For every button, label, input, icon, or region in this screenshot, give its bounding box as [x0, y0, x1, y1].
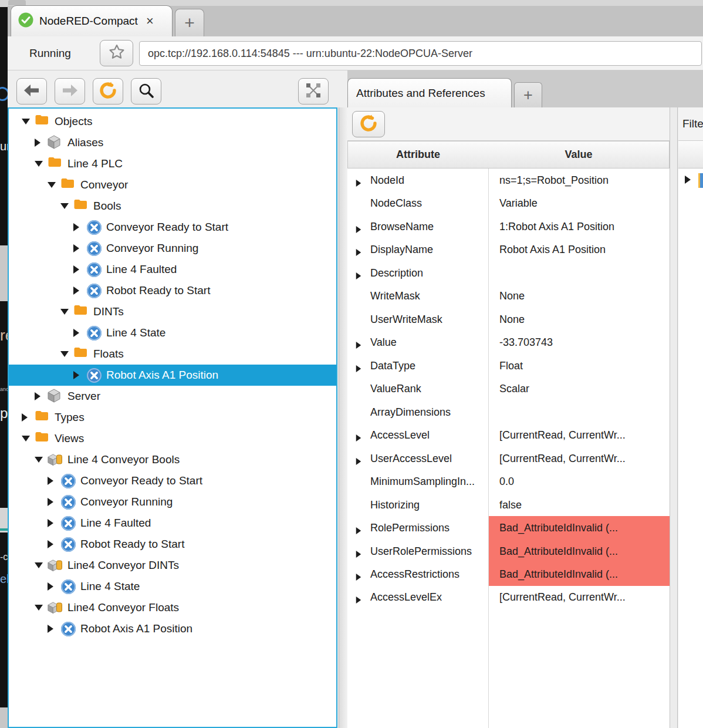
expand-arrow-icon[interactable]	[22, 119, 30, 124]
expand-arrow-icon[interactable]	[22, 413, 28, 422]
tree-item-line-4-faulted[interactable]: Line 4 Faulted	[9, 259, 336, 280]
tree-item-line-4-faulted[interactable]: Line 4 Faulted	[9, 513, 336, 534]
tree-item-robot-axis-a1-position[interactable]: Robot Axis A1 Position	[9, 618, 336, 639]
column-header-attribute[interactable]: Attribute	[347, 141, 489, 168]
expand-arrow-icon[interactable]	[48, 498, 53, 506]
attr-row-accesslevel[interactable]: AccessLevel[CurrentRead, CurrentWr...	[347, 423, 670, 447]
attr-row-userrolepermissions[interactable]: UserRolePermissionsBad_AttributeIdInvali…	[347, 540, 670, 563]
expand-arrow-icon[interactable]	[60, 309, 69, 315]
attr-row-displayname[interactable]: DisplayNameRobot Axis A1 Position	[347, 238, 670, 261]
expand-arrow-icon[interactable]	[356, 596, 361, 604]
attr-row-useraccesslevel[interactable]: UserAccessLevel[CurrentRead, CurrentWr..…	[347, 447, 670, 470]
reference-item[interactable]	[678, 168, 703, 192]
expand-arrow-icon[interactable]	[356, 249, 361, 256]
filter-button[interactable]: Filter	[678, 107, 703, 141]
expand-arrow-icon[interactable]	[73, 287, 79, 295]
server-address-field[interactable]: opc.tcp://192.168.0.114:54845 --- urn:ub…	[139, 41, 702, 66]
expand-arrow-icon[interactable]	[356, 527, 361, 534]
tree-item-robot-ready-to-start[interactable]: Robot Ready to Start	[9, 534, 336, 555]
tab-attributes-and-references[interactable]: Attributes and References	[347, 78, 512, 107]
tree-item-bools[interactable]: Bools	[9, 196, 336, 217]
expand-arrow-icon[interactable]	[73, 265, 79, 274]
expand-arrow-icon[interactable]	[356, 365, 361, 372]
expand-arrow-icon[interactable]	[60, 351, 69, 357]
back-button[interactable]	[16, 78, 47, 105]
attr-row-nodeclass[interactable]: NodeClassVariable	[347, 191, 670, 215]
expand-arrow-icon[interactable]	[356, 434, 361, 441]
expand-arrow-icon[interactable]	[35, 392, 40, 400]
expand-arrow-icon[interactable]	[73, 223, 79, 231]
search-button[interactable]	[131, 78, 161, 105]
expand-arrow-icon[interactable]	[356, 180, 361, 187]
tree-item-conveyor[interactable]: Conveyor	[9, 174, 336, 196]
tree-item-dints[interactable]: DINTs	[9, 301, 336, 322]
attr-row-description[interactable]: Description	[347, 261, 670, 285]
expand-arrow-icon[interactable]	[356, 226, 361, 233]
attr-row-accessrestrictions[interactable]: AccessRestrictionsBad_AttributeIdInvalid…	[347, 562, 670, 586]
expand-arrow-icon[interactable]	[73, 329, 79, 337]
tree-item-objects[interactable]: Objects	[9, 111, 336, 132]
expand-arrow-icon[interactable]	[48, 477, 53, 485]
attr-row-valuerank[interactable]: ValueRankScalar	[347, 377, 670, 400]
expand-arrow-icon[interactable]	[60, 203, 69, 209]
expand-arrow-icon[interactable]	[356, 342, 361, 349]
expand-arrow-icon[interactable]	[685, 176, 691, 184]
tree-item-views[interactable]: Views	[9, 428, 336, 449]
expand-arrow-icon[interactable]	[22, 436, 30, 441]
tree-item-line4-conveyor-dints[interactable]: Line4 Conveyor DINTs	[9, 555, 336, 576]
column-divider[interactable]	[488, 168, 489, 728]
expand-arrow-icon[interactable]	[356, 551, 361, 558]
new-panel-tab-button[interactable]: +	[514, 82, 542, 107]
attr-row-historizing[interactable]: Historizingfalse	[347, 493, 670, 517]
attr-row-writemask[interactable]: WriteMaskNone	[347, 284, 670, 308]
refresh-button[interactable]	[93, 78, 123, 105]
expand-arrow-icon[interactable]	[356, 458, 361, 465]
tree-item-line-4-state[interactable]: Line 4 State	[9, 576, 336, 597]
tree-item-conveyor-ready-to-start[interactable]: Conveyor Ready to Start	[9, 217, 336, 238]
expand-arrow-icon[interactable]	[35, 139, 40, 147]
expand-arrow-icon[interactable]	[35, 457, 43, 463]
attr-row-value[interactable]: Value-33.703743	[347, 331, 670, 354]
attr-row-userwritemask[interactable]: UserWriteMaskNone	[347, 308, 670, 331]
expand-arrow-icon[interactable]	[48, 582, 53, 591]
attr-row-nodeid[interactable]: NodeIdns=1;s=Robot_Position	[347, 168, 670, 192]
close-tab-icon[interactable]: ×	[146, 15, 154, 28]
expand-arrow-icon[interactable]	[48, 182, 56, 188]
expand-arrow-icon[interactable]	[73, 371, 79, 379]
panel-splitter[interactable]	[670, 107, 678, 728]
expand-arrow-icon[interactable]	[48, 519, 53, 527]
tree-scrollbar[interactable]	[339, 107, 347, 728]
attr-row-browsename[interactable]: BrowseName1:Robot Axis A1 Position	[347, 215, 670, 238]
expand-arrow-icon[interactable]	[48, 625, 53, 633]
tree-item-floats[interactable]: Floats	[9, 343, 336, 365]
tree-item-aliases[interactable]: Aliases	[9, 132, 336, 153]
attr-row-datatype[interactable]: DataTypeFloat	[347, 354, 670, 378]
attr-row-accesslevelex[interactable]: AccessLevelEx[CurrentRead, CurrentWr...	[347, 585, 670, 609]
expand-arrow-icon[interactable]	[35, 562, 43, 568]
attributes-refresh-button[interactable]	[352, 111, 385, 137]
expand-arrow-icon[interactable]	[73, 244, 79, 252]
connection-tab[interactable]: NodeRED-Compact ×	[11, 5, 173, 36]
tree-item-line4-conveyor-floats[interactable]: Line4 Conveyor Floats	[9, 597, 336, 618]
forward-button[interactable]	[55, 78, 85, 105]
expand-arrow-icon[interactable]	[35, 161, 43, 167]
expand-arrow-icon[interactable]	[356, 272, 361, 279]
tree-item-line-4-state[interactable]: Line 4 State	[9, 322, 336, 343]
tree-item-line-4-plc[interactable]: Line 4 PLC	[9, 153, 336, 174]
bookmark-button[interactable]	[100, 40, 133, 66]
expand-arrow-icon[interactable]	[356, 574, 361, 581]
node-graph-button[interactable]	[298, 78, 329, 105]
tree-item-types[interactable]: Types	[9, 407, 336, 428]
tree-item-server[interactable]: Server	[9, 386, 336, 407]
tree-item-conveyor-running[interactable]: Conveyor Running	[9, 491, 336, 513]
tree-item-conveyor-running[interactable]: Conveyor Running	[9, 238, 336, 259]
tree-item-robot-axis-a1-position[interactable]: Robot Axis A1 Position	[9, 365, 336, 386]
attr-row-minimumsamplingin[interactable]: MinimumSamplingIn...0.0	[347, 470, 670, 493]
tree-item-line-4-conveyor-bools[interactable]: Line 4 Conveyor Bools	[9, 449, 336, 470]
new-connection-tab-button[interactable]: +	[175, 9, 204, 36]
tree-item-conveyor-ready-to-start[interactable]: Conveyor Ready to Start	[9, 470, 336, 491]
expand-arrow-icon[interactable]	[48, 540, 53, 548]
attr-row-rolepermissions[interactable]: RolePermissionsBad_AttributeIdInvalid (.…	[347, 516, 670, 540]
column-header-value[interactable]: Value	[488, 141, 670, 168]
attr-row-arraydimensions[interactable]: ArrayDimensions	[347, 400, 670, 424]
